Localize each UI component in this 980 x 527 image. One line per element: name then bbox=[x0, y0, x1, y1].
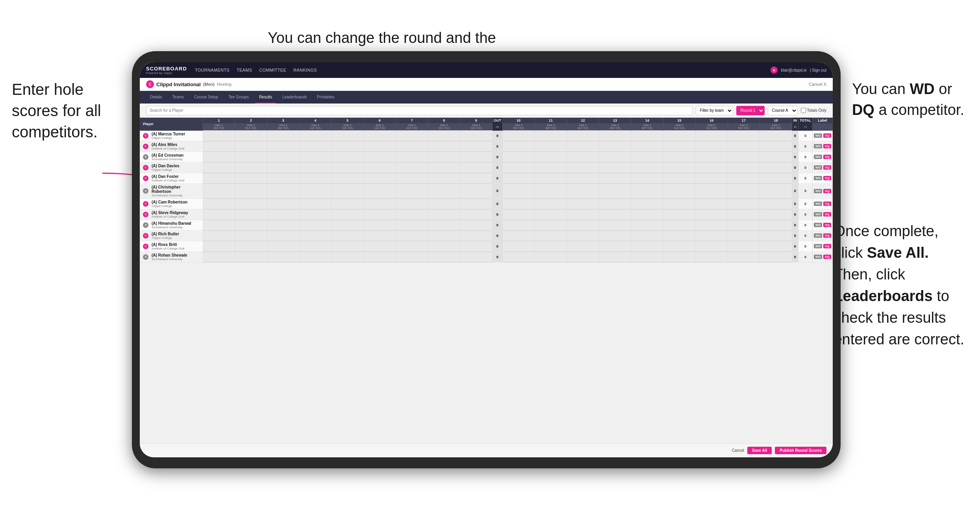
sign-out-link[interactable]: | Sign out bbox=[810, 68, 826, 72]
hole-1-input-row-0[interactable] bbox=[203, 131, 235, 141]
hole-12-score-input[interactable] bbox=[567, 165, 598, 171]
hole-9-score-input[interactable] bbox=[461, 175, 492, 181]
hole-14-score-input[interactable] bbox=[632, 233, 663, 239]
hole-3-score-input[interactable] bbox=[268, 201, 299, 207]
hole-12-input-row-9[interactable] bbox=[567, 230, 599, 241]
hole-18-score-input[interactable] bbox=[760, 143, 791, 150]
round-select[interactable]: Round 1 Round 2 Round 3 Round 4 bbox=[736, 106, 765, 115]
hole-3-input-row-4[interactable] bbox=[267, 173, 299, 183]
hole-6-input-row-3[interactable] bbox=[363, 162, 396, 173]
hole-1-score-input[interactable] bbox=[204, 233, 235, 239]
hole-16-input-row-2[interactable] bbox=[695, 152, 728, 162]
hole-15-score-input[interactable] bbox=[664, 154, 695, 160]
hole-7-score-input[interactable] bbox=[396, 254, 428, 260]
hole-6-input-row-0[interactable] bbox=[363, 131, 396, 141]
hole-6-input-row-1[interactable] bbox=[363, 141, 396, 152]
hole-2-score-input[interactable] bbox=[235, 201, 267, 207]
hole-4-input-row-8[interactable] bbox=[299, 220, 332, 230]
hole-3-score-input[interactable] bbox=[268, 165, 299, 171]
tab-course-setup[interactable]: Course Setup bbox=[190, 91, 222, 104]
hole-9-input-row-0[interactable] bbox=[460, 131, 493, 141]
hole-3-score-input[interactable] bbox=[268, 254, 299, 260]
hole-13-score-input[interactable] bbox=[600, 233, 631, 239]
hole-3-input-row-7[interactable] bbox=[267, 209, 299, 220]
hole-11-score-input[interactable] bbox=[535, 143, 566, 150]
hole-1-score-input[interactable] bbox=[204, 165, 235, 171]
hole-17-score-input[interactable] bbox=[728, 143, 760, 150]
hole-16-score-input[interactable] bbox=[696, 133, 727, 139]
hole-6-score-input[interactable] bbox=[364, 165, 395, 171]
hole-2-input-row-11[interactable] bbox=[235, 251, 267, 262]
hole-11-input-row-0[interactable] bbox=[535, 131, 567, 141]
hole-2-input-row-6[interactable] bbox=[235, 198, 267, 209]
hole-12-score-input[interactable] bbox=[567, 133, 598, 139]
hole-1-input-row-4[interactable] bbox=[203, 173, 235, 183]
hole-7-input-row-0[interactable] bbox=[396, 131, 428, 141]
hole-2-input-row-10[interactable] bbox=[235, 241, 267, 251]
wd-button-row-3[interactable]: WD bbox=[814, 165, 822, 170]
hole-9-input-row-8[interactable] bbox=[460, 220, 493, 230]
score-table-container[interactable]: Player 1 2 3 4 5 6 7 8 9 OUT 10 11 12 bbox=[140, 118, 833, 443]
hole-9-input-row-4[interactable] bbox=[460, 173, 493, 183]
tab-teams[interactable]: Teams bbox=[169, 91, 188, 104]
dq-button-row-7[interactable]: DQ bbox=[823, 212, 831, 216]
hole-3-input-row-1[interactable] bbox=[267, 141, 299, 152]
wd-button-row-11[interactable]: WD bbox=[814, 255, 822, 259]
hole-4-score-input[interactable] bbox=[300, 165, 331, 171]
hole-8-input-row-2[interactable] bbox=[428, 152, 460, 162]
hole-8-score-input[interactable] bbox=[428, 165, 459, 171]
hole-8-input-row-4[interactable] bbox=[428, 173, 460, 183]
wd-button-row-1[interactable]: WD bbox=[814, 144, 822, 148]
hole-9-input-row-10[interactable] bbox=[460, 241, 493, 251]
hole-15-input-row-9[interactable] bbox=[663, 230, 696, 241]
hole-9-score-input[interactable] bbox=[461, 243, 492, 250]
totals-only-toggle[interactable]: Totals Only bbox=[801, 108, 826, 113]
hole-6-input-row-8[interactable] bbox=[363, 220, 396, 230]
hole-3-input-row-3[interactable] bbox=[267, 162, 299, 173]
hole-15-score-input[interactable] bbox=[664, 175, 695, 181]
dq-button-row-5[interactable]: DQ bbox=[823, 189, 831, 193]
hole-6-score-input[interactable] bbox=[364, 233, 395, 239]
hole-14-input-row-6[interactable] bbox=[631, 198, 663, 209]
hole-15-score-input[interactable] bbox=[664, 133, 695, 139]
wd-button-row-6[interactable]: WD bbox=[814, 202, 822, 206]
hole-3-input-row-8[interactable] bbox=[267, 220, 299, 230]
hole-10-score-input[interactable] bbox=[503, 154, 534, 160]
hole-10-score-input[interactable] bbox=[503, 133, 534, 139]
hole-16-score-input[interactable] bbox=[696, 243, 727, 250]
hole-4-input-row-5[interactable] bbox=[299, 183, 332, 198]
hole-5-input-row-11[interactable] bbox=[332, 251, 364, 262]
hole-12-score-input[interactable] bbox=[567, 222, 598, 228]
hole-8-score-input[interactable] bbox=[428, 133, 459, 139]
hole-14-score-input[interactable] bbox=[632, 143, 663, 150]
hole-5-input-row-1[interactable] bbox=[332, 141, 364, 152]
tab-tee-groups[interactable]: Tee Groups bbox=[224, 91, 253, 104]
hole-16-score-input[interactable] bbox=[696, 222, 727, 228]
hole-7-input-row-3[interactable] bbox=[396, 162, 428, 173]
hole-11-score-input[interactable] bbox=[535, 211, 566, 218]
hole-8-score-input[interactable] bbox=[428, 233, 459, 239]
hole-11-score-input[interactable] bbox=[535, 222, 566, 228]
hole-17-score-input[interactable] bbox=[728, 154, 760, 160]
hole-8-score-input[interactable] bbox=[428, 154, 459, 160]
hole-5-score-input[interactable] bbox=[332, 154, 363, 160]
hole-2-score-input[interactable] bbox=[235, 254, 267, 260]
hole-1-input-row-2[interactable] bbox=[203, 152, 235, 162]
hole-2-input-row-9[interactable] bbox=[235, 230, 267, 241]
hole-2-input-row-0[interactable] bbox=[235, 131, 267, 141]
hole-8-score-input[interactable] bbox=[428, 211, 459, 218]
hole-14-score-input[interactable] bbox=[632, 243, 663, 250]
hole-14-input-row-1[interactable] bbox=[631, 141, 663, 152]
hole-3-input-row-2[interactable] bbox=[267, 152, 299, 162]
hole-5-input-row-4[interactable] bbox=[332, 173, 364, 183]
hole-7-score-input[interactable] bbox=[396, 154, 428, 160]
hole-13-input-row-6[interactable] bbox=[599, 198, 631, 209]
hole-8-input-row-3[interactable] bbox=[428, 162, 460, 173]
hole-7-score-input[interactable] bbox=[396, 233, 428, 239]
hole-12-score-input[interactable] bbox=[567, 211, 598, 218]
hole-6-input-row-11[interactable] bbox=[363, 251, 396, 262]
hole-12-input-row-11[interactable] bbox=[567, 251, 599, 262]
dq-button-row-1[interactable]: DQ bbox=[823, 144, 831, 148]
hole-4-input-row-4[interactable] bbox=[299, 173, 332, 183]
hole-18-input-row-8[interactable] bbox=[760, 220, 792, 230]
